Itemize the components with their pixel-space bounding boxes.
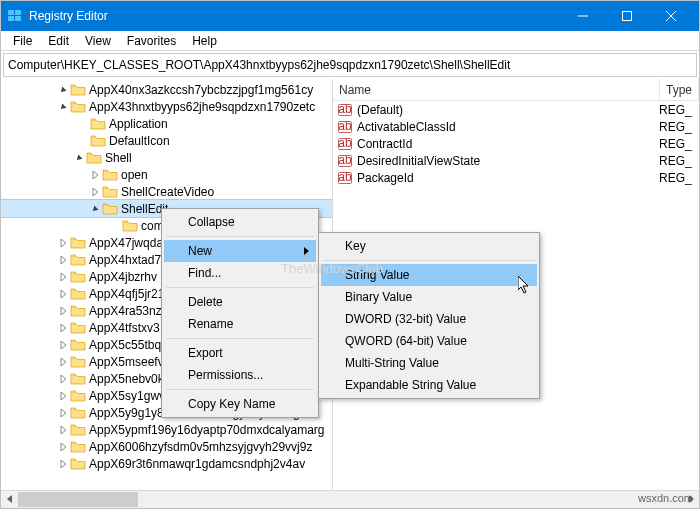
address-bar[interactable] bbox=[3, 53, 697, 77]
svg-rect-3 bbox=[15, 16, 21, 21]
menu-item-collapse[interactable]: Collapse bbox=[164, 211, 316, 233]
collapse-icon[interactable] bbox=[57, 101, 69, 113]
expand-icon[interactable] bbox=[57, 305, 69, 317]
menu-item-copy-key-name[interactable]: Copy Key Name bbox=[164, 393, 316, 415]
tree-label: AppX5c55tbq bbox=[89, 338, 161, 352]
svg-marker-8 bbox=[59, 86, 67, 94]
menu-item-new[interactable]: New bbox=[164, 240, 316, 262]
submenu-item-string-value[interactable]: String Value bbox=[321, 264, 537, 286]
tree-node[interactable]: AppX6006hzyfsdm0v5mhzsyjgvyh29vvj9z bbox=[1, 438, 332, 455]
expand-icon[interactable] bbox=[57, 237, 69, 249]
svg-text:ab: ab bbox=[338, 120, 352, 133]
menu-separator bbox=[166, 338, 314, 339]
tree-node[interactable]: ShellCreateVideo bbox=[1, 183, 332, 200]
address-input[interactable] bbox=[8, 58, 692, 72]
svg-marker-25 bbox=[61, 426, 66, 434]
collapse-icon[interactable] bbox=[73, 152, 85, 164]
collapse-icon[interactable] bbox=[57, 84, 69, 96]
tree-node[interactable]: Shell bbox=[1, 149, 332, 166]
submenu-item-multi-string-value[interactable]: Multi-String Value bbox=[321, 352, 537, 374]
context-menu[interactable]: CollapseNewFind...DeleteRenameExportPerm… bbox=[161, 208, 319, 418]
tree-label: ShellCreateVideo bbox=[121, 185, 214, 199]
list-row[interactable]: ab(Default)REG_ bbox=[333, 101, 699, 118]
svg-text:ab: ab bbox=[338, 137, 352, 150]
folder-icon bbox=[70, 253, 86, 267]
folder-icon bbox=[70, 304, 86, 318]
collapse-icon[interactable] bbox=[89, 203, 101, 215]
new-submenu[interactable]: KeyString ValueBinary ValueDWORD (32-bit… bbox=[318, 232, 540, 399]
tree-node[interactable]: AppX5ypmf196y16dyaptp70dmxdcalyamarg bbox=[1, 421, 332, 438]
expand-icon[interactable] bbox=[57, 339, 69, 351]
svg-text:ab: ab bbox=[338, 154, 352, 167]
list-row[interactable]: abDesiredInitialViewStateREG_ bbox=[333, 152, 699, 169]
minimize-button[interactable] bbox=[561, 1, 605, 31]
submenu-item-expandable-string-value[interactable]: Expandable String Value bbox=[321, 374, 537, 396]
tree-node[interactable]: AppX40nx3azkccsh7ybcbzzjpgf1mg561cy bbox=[1, 81, 332, 98]
maximize-button[interactable] bbox=[605, 1, 649, 31]
expand-icon[interactable] bbox=[57, 271, 69, 283]
expand-icon[interactable] bbox=[57, 424, 69, 436]
list-row[interactable]: abPackageIdREG_ bbox=[333, 169, 699, 186]
menu-file[interactable]: File bbox=[5, 32, 40, 50]
list-row[interactable]: abActivatableClassIdREG_ bbox=[333, 118, 699, 135]
svg-text:ab: ab bbox=[338, 171, 352, 184]
string-value-icon: ab bbox=[337, 137, 353, 151]
tree-label: AppX69r3t6nmawqr1gdamcsndphj2v4av bbox=[89, 457, 305, 471]
expand-icon[interactable] bbox=[57, 390, 69, 402]
column-type[interactable]: Type bbox=[660, 79, 699, 100]
tree-label: AppX4ra53nz bbox=[89, 304, 162, 318]
expand-icon[interactable] bbox=[57, 322, 69, 334]
submenu-item-dword-bit-value[interactable]: DWORD (32-bit) Value bbox=[321, 308, 537, 330]
scroll-left-arrow[interactable] bbox=[1, 491, 18, 508]
expand-icon[interactable] bbox=[57, 356, 69, 368]
expand-icon[interactable] bbox=[57, 458, 69, 470]
svg-marker-38 bbox=[7, 495, 12, 503]
tree-node[interactable]: open bbox=[1, 166, 332, 183]
menu-item-find-[interactable]: Find... bbox=[164, 262, 316, 284]
expand-icon[interactable] bbox=[57, 288, 69, 300]
tree-node[interactable]: DefaultIcon bbox=[1, 132, 332, 149]
tree-node[interactable]: AppX43hnxtbyyps62jhe9sqpdzxn1790zetc bbox=[1, 98, 332, 115]
folder-icon bbox=[122, 219, 138, 233]
menu-item-delete[interactable]: Delete bbox=[164, 291, 316, 313]
column-name[interactable]: Name bbox=[333, 79, 660, 100]
submenu-item-qword-bit-value[interactable]: QWORD (64-bit) Value bbox=[321, 330, 537, 352]
svg-marker-12 bbox=[93, 188, 98, 196]
expand-icon[interactable] bbox=[57, 254, 69, 266]
expand-icon[interactable] bbox=[57, 407, 69, 419]
close-button[interactable] bbox=[649, 1, 693, 31]
menu-view[interactable]: View bbox=[77, 32, 119, 50]
folder-icon bbox=[70, 83, 86, 97]
svg-rect-2 bbox=[8, 16, 14, 21]
menu-item-rename[interactable]: Rename bbox=[164, 313, 316, 335]
submenu-item-binary-value[interactable]: Binary Value bbox=[321, 286, 537, 308]
horizontal-scrollbar[interactable] bbox=[1, 490, 699, 507]
tree-label: AppX4tfstxv3 bbox=[89, 321, 160, 335]
scroll-thumb[interactable] bbox=[18, 492, 138, 507]
value-type: REG_ bbox=[659, 171, 699, 185]
submenu-item-key[interactable]: Key bbox=[321, 235, 537, 257]
tree-node[interactable]: AppX69r3t6nmawqr1gdamcsndphj2v4av bbox=[1, 455, 332, 472]
tree-node[interactable]: Application bbox=[1, 115, 332, 132]
list-row[interactable]: abContractIdREG_ bbox=[333, 135, 699, 152]
menu-help[interactable]: Help bbox=[184, 32, 225, 50]
tree-label: AppX6006hzyfsdm0v5mhzsyjgvyh29vvj9z bbox=[89, 440, 312, 454]
value-name: (Default) bbox=[357, 103, 659, 117]
svg-marker-26 bbox=[61, 443, 66, 451]
expand-icon[interactable] bbox=[89, 186, 101, 198]
menu-separator bbox=[323, 260, 535, 261]
menu-item-permissions-[interactable]: Permissions... bbox=[164, 364, 316, 386]
menu-favorites[interactable]: Favorites bbox=[119, 32, 184, 50]
expand-icon[interactable] bbox=[57, 441, 69, 453]
expand-icon[interactable] bbox=[57, 373, 69, 385]
expand-icon[interactable] bbox=[89, 169, 101, 181]
no-expander bbox=[77, 135, 89, 147]
submenu-arrow-icon bbox=[304, 244, 310, 258]
menu-item-export[interactable]: Export bbox=[164, 342, 316, 364]
app-icon bbox=[7, 8, 23, 24]
menu-edit[interactable]: Edit bbox=[40, 32, 77, 50]
folder-icon bbox=[90, 134, 106, 148]
scroll-track[interactable] bbox=[18, 491, 682, 508]
folder-icon bbox=[70, 355, 86, 369]
svg-marker-27 bbox=[61, 460, 66, 468]
